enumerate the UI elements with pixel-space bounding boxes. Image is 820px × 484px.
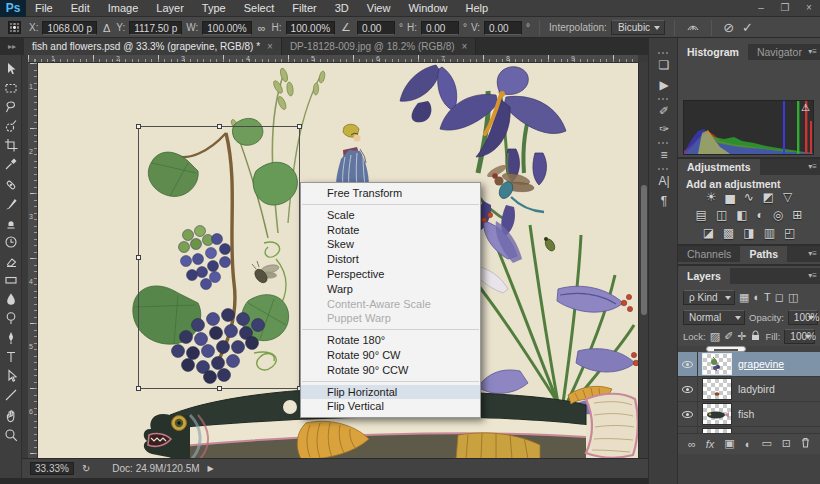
angle-field[interactable]: 0.00 — [357, 21, 395, 35]
exposure-icon[interactable]: ◩ — [763, 190, 774, 204]
pen-tool[interactable] — [2, 329, 20, 346]
panel-menu-icon[interactable]: ▾≡ — [808, 246, 817, 262]
layer-name[interactable]: grapevine — [738, 358, 784, 370]
history-brush-tool[interactable] — [2, 233, 20, 250]
clone-source-panel-icon[interactable]: ✑ — [649, 122, 679, 136]
dock-grip[interactable] — [658, 142, 670, 144]
delete-layer-icon[interactable] — [801, 437, 810, 450]
blur-tool[interactable] — [2, 290, 20, 307]
tab-channels[interactable]: Channels — [678, 246, 740, 262]
layer-comps-panel-icon[interactable]: ≡ — [649, 148, 679, 162]
filter-adjustment-layers-icon[interactable]: ◐ — [753, 291, 760, 303]
menu-item-rotate[interactable]: Rotate — [301, 223, 480, 238]
move-tool[interactable] — [2, 60, 20, 77]
brush-settings-panel-icon[interactable]: ✐ — [649, 104, 679, 118]
channel-mixer-icon[interactable]: ◎ — [773, 208, 783, 222]
menu-item-free-transform[interactable]: Free Transform — [301, 186, 480, 201]
history-panel-icon[interactable]: ❏ — [649, 58, 679, 72]
paragraph-panel-icon[interactable]: ¶ — [649, 194, 679, 208]
menu-window[interactable]: Window — [399, 0, 456, 17]
brightness-contrast-icon[interactable]: ☀ — [706, 190, 717, 204]
transform-handle-middle-left[interactable] — [136, 255, 141, 260]
hue-saturation-icon[interactable]: ▤ — [696, 208, 707, 222]
panel-menu-icon[interactable]: ▾≡ — [808, 159, 817, 175]
y-position-field[interactable]: 1117.50 p — [129, 21, 182, 35]
transform-handle-bottom-left[interactable] — [136, 386, 141, 391]
menu-3d[interactable]: 3D — [326, 0, 358, 17]
warp-mode-icon[interactable] — [684, 21, 702, 35]
menu-layer[interactable]: Layer — [147, 0, 193, 17]
tab-navigator[interactable]: Navigator — [748, 44, 811, 60]
menu-item-flip-horizontal[interactable]: Flip Horizontal — [301, 385, 480, 400]
character-panel-icon[interactable]: A| — [649, 174, 679, 188]
layer-thumbnail[interactable] — [702, 378, 732, 400]
transform-bounding-box[interactable] — [138, 126, 300, 389]
dock-grip[interactable] — [658, 52, 670, 54]
menu-item-perspective[interactable]: Perspective — [301, 267, 480, 282]
tab-close-icon[interactable]: × — [462, 38, 468, 55]
panel-menu-icon[interactable]: ▾≡ — [808, 44, 817, 60]
menu-item-rotate-90-ccw[interactable]: Rotate 90° CCW — [301, 363, 480, 378]
threshold-icon[interactable]: ◨ — [743, 226, 754, 240]
status-flyout-icon[interactable]: ▶ — [208, 464, 214, 473]
height-field[interactable]: 100.00% — [286, 21, 335, 35]
interpolation-select[interactable]: Bicubic — [611, 20, 665, 35]
eraser-tool[interactable] — [2, 252, 20, 269]
minimize-icon[interactable]: – — [754, 0, 768, 16]
document-tab-active[interactable]: fish and flowers.psd @ 33.3% (grapevine,… — [24, 38, 282, 55]
menu-select[interactable]: Select — [235, 0, 284, 17]
commit-transform-icon[interactable]: ✓ — [740, 20, 755, 35]
quick-selection-tool[interactable] — [2, 117, 20, 134]
filter-kind-select[interactable]: ρ Kind — [683, 290, 735, 305]
toolbar-collapse-icon[interactable]: ▸▸ — [0, 38, 24, 55]
crop-tool[interactable] — [2, 136, 20, 153]
spot-healing-brush-tool[interactable] — [2, 176, 20, 193]
filter-pixel-layers-icon[interactable]: ▦ — [739, 291, 749, 304]
menu-item-distort[interactable]: Distort — [301, 252, 480, 267]
layer-name[interactable]: ladybird — [738, 383, 775, 395]
tab-adjustments[interactable]: Adjustments — [678, 159, 760, 175]
curves-icon[interactable]: ∿ — [744, 190, 754, 204]
layer-row-ladybird[interactable]: ladybird — [678, 377, 820, 402]
cancel-transform-icon[interactable]: ⊘ — [721, 20, 736, 35]
visibility-toggle[interactable] — [678, 377, 698, 402]
relative-position-icon[interactable]: Δ — [101, 22, 112, 34]
clone-stamp-tool[interactable] — [2, 214, 20, 231]
x-position-field[interactable]: 1068.00 p — [42, 21, 97, 35]
filter-smart-objects-icon[interactable]: ◫ — [788, 291, 798, 304]
line-tool[interactable] — [2, 386, 20, 403]
type-tool[interactable] — [2, 348, 20, 365]
document-tab-inactive[interactable]: DP-18128-009.jpg @ 18.2% (RGB/8) × — [282, 38, 477, 55]
menu-image[interactable]: Image — [99, 0, 148, 17]
fill-field[interactable]: 100% — [784, 329, 815, 344]
tab-close-icon[interactable]: × — [267, 38, 273, 55]
link-layers-icon[interactable]: ∞ — [688, 438, 696, 450]
menu-filter[interactable]: Filter — [283, 0, 325, 17]
gradient-tool[interactable] — [2, 271, 20, 288]
tab-layers[interactable]: Layers — [678, 268, 730, 284]
add-layer-mask-icon[interactable]: ▣ — [724, 437, 734, 450]
filter-type-layers-icon[interactable]: T — [764, 291, 771, 303]
dock-grip[interactable] — [658, 168, 670, 170]
hand-tool[interactable] — [2, 407, 20, 424]
zoom-tool[interactable] — [2, 426, 20, 443]
brush-tool[interactable] — [2, 195, 20, 212]
link-dimensions-icon[interactable]: ∞ — [256, 22, 268, 34]
rectangular-marquee-tool[interactable] — [2, 79, 20, 96]
panel-menu-icon[interactable]: ▾≡ — [808, 268, 817, 284]
vskew-field[interactable]: 0.00 — [484, 21, 522, 35]
menu-view[interactable]: View — [358, 0, 400, 17]
visibility-toggle[interactable] — [678, 402, 698, 427]
lock-position-icon[interactable]: ✛ — [737, 330, 746, 343]
menu-file[interactable]: File — [26, 0, 62, 17]
filter-shape-layers-icon[interactable]: ◻ — [775, 291, 784, 304]
hskew-field[interactable]: 0.00 — [421, 21, 459, 35]
new-layer-icon[interactable]: ⊡ — [782, 437, 791, 450]
photo-filter-icon[interactable]: ◐ — [757, 208, 764, 222]
actions-panel-icon[interactable]: ▶ — [649, 78, 679, 92]
dock-grip[interactable] — [658, 98, 670, 100]
layer-name[interactable]: fish — [738, 408, 754, 420]
blend-mode-select[interactable]: Normal — [683, 310, 745, 325]
vertical-ruler[interactable]: 1 2 3 4 5 6 — [28, 63, 38, 458]
horizontal-ruler[interactable]: 1 2 3 4 5 6 7 8 9 — [28, 55, 638, 63]
